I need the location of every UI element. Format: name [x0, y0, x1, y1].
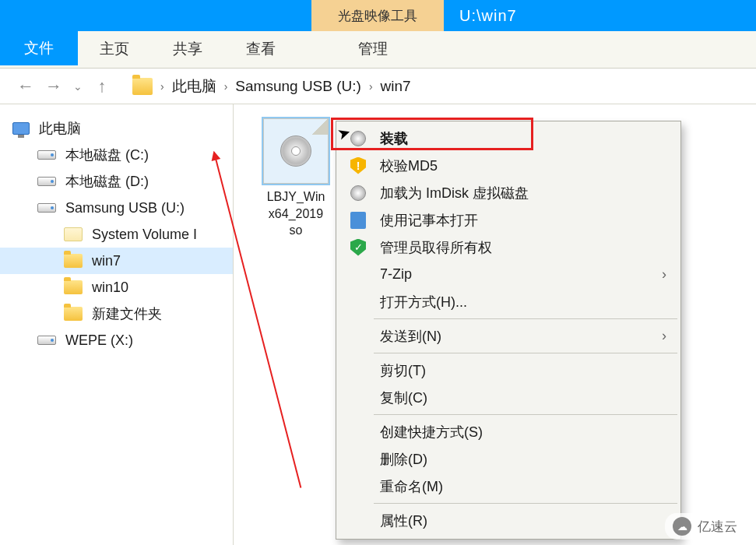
- tree-label: 新建文件夹: [92, 304, 162, 323]
- address-folder-icon: [132, 78, 153, 95]
- ctx-notepad[interactable]: 使用记事本打开: [338, 206, 679, 234]
- ribbon-tab-manage[interactable]: 管理: [336, 31, 410, 59]
- ctx-label: 打开方式(H)...: [380, 293, 467, 311]
- ctx-label: 重命名(M): [380, 477, 443, 496]
- watermark-text: 亿速云: [698, 518, 737, 536]
- tree-folder-new[interactable]: 新建文件夹: [0, 301, 233, 327]
- ctx-label: 属性(R): [380, 512, 427, 530]
- ribbon-tab-home[interactable]: 主页: [78, 31, 151, 59]
- drive-icon: [37, 336, 56, 345]
- tree-label: 此电脑: [39, 119, 81, 138]
- tree-drive-d[interactable]: 本地磁盘 (D:): [0, 168, 233, 195]
- folder-icon: [64, 254, 83, 268]
- chevron-right-icon: ›: [662, 266, 666, 283]
- ctx-mount[interactable]: 装载: [338, 125, 679, 152]
- tree-label: Samsung USB (U:): [65, 200, 185, 216]
- ribbon-tab-share[interactable]: 共享: [151, 31, 224, 59]
- file-iso[interactable]: LBJY_Win x64_2019 so: [257, 118, 335, 239]
- computer-icon: [12, 122, 30, 135]
- titlebar-path: U:\win7: [444, 0, 756, 31]
- tree-label: win10: [92, 280, 128, 296]
- ctx-send-to[interactable]: 发送到(N) ›: [338, 322, 679, 350]
- menu-separator: [374, 318, 677, 319]
- folder-icon: [64, 280, 83, 294]
- tree-label: System Volume I: [92, 227, 197, 243]
- breadcrumb-this-pc[interactable]: 此电脑: [172, 76, 216, 97]
- breadcrumb-drive[interactable]: Samsung USB (U:): [235, 78, 361, 95]
- ctx-label: 复制(C): [380, 389, 427, 407]
- tree-label: win7: [92, 253, 121, 269]
- ribbon-tabs: 文件 主页 共享 查看 管理: [0, 31, 756, 69]
- tree-label: 本地磁盘 (D:): [65, 172, 149, 191]
- ctx-shortcut[interactable]: 创建快捷方式(S): [338, 418, 679, 445]
- breadcrumb-folder[interactable]: win7: [381, 78, 411, 95]
- folder-icon: [64, 307, 83, 321]
- ribbon-file-tab[interactable]: 文件: [0, 31, 78, 65]
- ctx-label: 校验MD5: [380, 156, 438, 175]
- ctx-delete[interactable]: 删除(D): [338, 445, 679, 473]
- notepad-icon: [349, 211, 367, 230]
- ctx-label: 使用记事本打开: [380, 211, 478, 230]
- titlebar-tool-context: 光盘映像工具: [311, 0, 444, 31]
- ctx-rename[interactable]: 重命名(M): [338, 473, 679, 500]
- chevron-right-icon: ›: [224, 80, 228, 93]
- cloud-icon: ☁: [673, 517, 691, 536]
- ctx-7zip[interactable]: 7-Zip ›: [338, 261, 679, 288]
- menu-separator: [374, 503, 677, 504]
- ctx-label: 发送到(N): [380, 327, 441, 346]
- ctx-label: 加载为 ImDisk 虚拟磁盘: [380, 184, 529, 202]
- drive-icon: [37, 203, 56, 213]
- ctx-label: 删除(D): [380, 450, 427, 469]
- ctx-label: 装载: [380, 129, 408, 148]
- chevron-right-icon: ›: [662, 328, 666, 344]
- tree-folder-win7[interactable]: win7: [0, 248, 233, 274]
- menu-separator: [374, 414, 677, 415]
- ctx-open-with[interactable]: 打开方式(H)...: [338, 288, 679, 315]
- ctx-properties[interactable]: 属性(R): [338, 507, 679, 534]
- tree-folder-svi[interactable]: System Volume I: [0, 221, 233, 248]
- tree-label: 本地磁盘 (C:): [65, 146, 149, 164]
- ctx-label: 剪切(T): [380, 361, 426, 380]
- watermark: ☁ 亿速云: [665, 513, 748, 540]
- disc-icon: [349, 184, 367, 202]
- tree-label: WEPE (X:): [65, 332, 133, 349]
- file-name-label: LBJY_Win x64_2019 so: [257, 188, 335, 239]
- navigation-bar: ← → ⌄ ↑ › 此电脑 › Samsung USB (U:) › win7: [0, 69, 756, 104]
- ctx-cut[interactable]: 剪切(T): [338, 357, 679, 384]
- tree-drive-x[interactable]: WEPE (X:): [0, 327, 233, 353]
- iso-file-icon: [263, 118, 329, 184]
- ctx-verify-md5[interactable]: ! 校验MD5: [338, 152, 679, 179]
- menu-separator: [374, 353, 677, 353]
- shield-warning-icon: !: [349, 156, 367, 175]
- tree-drive-c[interactable]: 本地磁盘 (C:): [0, 142, 233, 168]
- tree-this-pc[interactable]: 此电脑: [0, 115, 233, 142]
- ctx-imdisk[interactable]: 加载为 ImDisk 虚拟磁盘: [338, 179, 679, 206]
- nav-forward-icon[interactable]: →: [42, 76, 65, 97]
- shield-check-icon: ✓: [349, 238, 367, 257]
- nav-history-icon[interactable]: ⌄: [70, 80, 86, 93]
- titlebar-left-spacer: [0, 0, 311, 31]
- ctx-admin-own[interactable]: ✓ 管理员取得所有权: [338, 234, 679, 261]
- tree-drive-u[interactable]: Samsung USB (U:): [0, 195, 233, 221]
- nav-back-icon[interactable]: ←: [14, 76, 37, 97]
- navigation-tree: 此电脑 本地磁盘 (C:) 本地磁盘 (D:) Samsung USB (U:)…: [0, 104, 234, 545]
- address-bar[interactable]: › 此电脑 › Samsung USB (U:) › win7: [132, 76, 742, 97]
- title-bar: 光盘映像工具 U:\win7: [0, 0, 756, 31]
- drive-icon: [37, 177, 56, 186]
- ribbon-tab-view[interactable]: 查看: [224, 31, 297, 59]
- ctx-label: 创建快捷方式(S): [380, 423, 483, 441]
- nav-up-icon[interactable]: ↑: [90, 76, 114, 97]
- drive-icon: [37, 150, 56, 160]
- tree-folder-win10[interactable]: win10: [0, 274, 233, 301]
- disc-icon: [349, 129, 367, 148]
- ctx-label: 7-Zip: [380, 266, 412, 283]
- context-menu: 装载 ! 校验MD5 加载为 ImDisk 虚拟磁盘 使用记事本打开 ✓ 管理员…: [336, 121, 681, 540]
- chevron-right-icon: ›: [369, 80, 373, 93]
- ctx-label: 管理员取得所有权: [380, 238, 492, 257]
- chevron-right-icon: ›: [160, 80, 164, 93]
- ctx-copy[interactable]: 复制(C): [338, 384, 679, 411]
- folder-icon: [64, 227, 83, 241]
